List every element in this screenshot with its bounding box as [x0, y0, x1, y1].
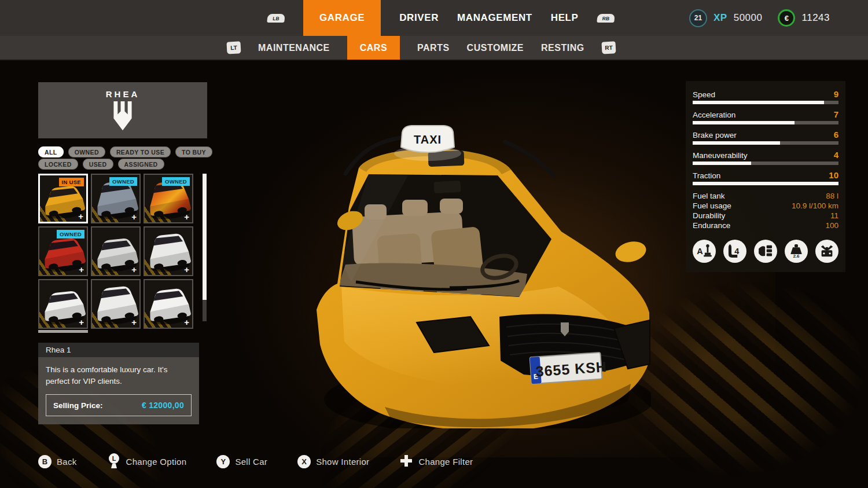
brand-logo-trident-icon — [109, 101, 137, 131]
car-description: This is a comfortable luxury car. It's p… — [46, 364, 192, 387]
stat-value: 4 — [834, 150, 838, 160]
xp-label: XP — [713, 12, 727, 24]
grid-scrollbar-thumb[interactable] — [203, 174, 207, 300]
seats-icon: 4 — [723, 240, 746, 263]
car-thumb-6[interactable]: + — [144, 226, 193, 276]
stat-bar — [693, 162, 838, 165]
detail-durability: Durability11 — [693, 211, 838, 221]
hint-label: Back — [57, 457, 77, 467]
stat-label: Acceleration — [693, 111, 735, 119]
hint-label: Change Option — [126, 457, 187, 467]
dpad-icon — [399, 453, 413, 470]
plus-icon: + — [184, 265, 189, 274]
filter-chip-used[interactable]: USED — [83, 159, 113, 170]
svg-text:L: L — [112, 455, 116, 462]
main-tab-management[interactable]: MANAGEMENT — [457, 0, 532, 36]
filter-chip-locked[interactable]: LOCKED — [38, 159, 78, 170]
controller-hints-bar: BBackLChange OptionYSell CarXShow Interi… — [38, 453, 473, 470]
car-thumb-4[interactable]: OWNED+ — [38, 226, 88, 276]
plus-icon: + — [79, 317, 84, 327]
car-thumb-5[interactable]: + — [91, 226, 141, 276]
filter-row-2: LOCKEDUSEDASSIGNED — [38, 159, 164, 170]
mirror-right — [613, 239, 649, 265]
grid-scrollbar[interactable] — [203, 174, 207, 321]
taxi-car-render: E 3655 KSH TAXI — [315, 113, 651, 428]
level-badge: 21 — [689, 9, 707, 27]
filter-row-1: ALLOWNEDREADY TO USETO BUY — [38, 146, 212, 157]
stat-bar — [693, 121, 838, 124]
car-badge: OWNED — [109, 177, 137, 186]
car-thumb-9[interactable]: + — [144, 279, 193, 329]
detail-value: 100 — [825, 221, 838, 230]
license-plate: E 3655 KSH — [530, 352, 608, 384]
hint-label: Show Interior — [316, 457, 369, 467]
stat-traction: Traction10 — [693, 170, 838, 185]
plus-icon: + — [131, 317, 137, 327]
main-nav: LB GARAGEDRIVERMANAGEMENTHELP RB — [267, 0, 615, 36]
hint-show-interior[interactable]: XShow Interior — [297, 455, 369, 468]
car-name: Rhea 1 — [38, 343, 199, 357]
car-thumb-3[interactable]: OWNED+ — [144, 174, 193, 223]
garage-tab-parts[interactable]: PARTS — [417, 36, 450, 60]
selling-price-value: € 12000,00 — [142, 401, 184, 410]
main-tab-garage[interactable]: GARAGE — [303, 0, 381, 36]
filter-chip-ready-to-use[interactable]: READY TO USE — [110, 146, 171, 157]
detail-value: 11 — [830, 211, 838, 221]
stat-label: Brake power — [693, 131, 737, 140]
car-badge: IN USE — [59, 178, 84, 186]
stat-acceleration: Acceleration7 — [693, 109, 838, 124]
hint-back[interactable]: BBack — [38, 455, 77, 468]
money-value: 11243 — [801, 12, 830, 24]
brand-name: RHEA — [106, 89, 140, 99]
detail-label: Durability — [693, 211, 725, 221]
filter-chip-to-buy[interactable]: TO BUY — [175, 146, 212, 157]
button-y-icon: Y — [216, 455, 230, 468]
stat-value: 7 — [834, 109, 838, 119]
car-thumb-1[interactable]: IN USE+ — [38, 174, 88, 223]
taxi-roof-sign: TAXI — [394, 126, 461, 161]
car-stats-panel: Speed9Acceleration7Brake power6Maneuvera… — [686, 81, 845, 272]
car-badge: OWNED — [57, 230, 84, 239]
stat-speed: Speed9 — [693, 89, 838, 104]
stat-bar — [693, 101, 838, 104]
car-thumb-2[interactable]: OWNED+ — [91, 174, 141, 223]
stat-value: 6 — [834, 130, 838, 140]
car-badge: OWNED — [162, 177, 190, 186]
garage-tab-cars[interactable]: CARS — [347, 36, 400, 60]
stat-brake-power: Brake power6 — [693, 130, 838, 145]
svg-text:A: A — [697, 247, 703, 256]
garage-tab-resting[interactable]: RESTING — [541, 36, 584, 60]
filter-chip-owned[interactable]: OWNED — [68, 146, 105, 157]
garage-tab-maintenance[interactable]: MAINTENANCE — [258, 36, 330, 60]
svg-text:2.6: 2.6 — [793, 254, 800, 259]
filter-chip-assigned[interactable]: ASSIGNED — [118, 159, 164, 170]
stat-value: 10 — [829, 170, 838, 180]
hint-label: Change Filter — [418, 457, 473, 467]
detail-value: 10.9 l/100 km — [792, 201, 838, 211]
roof-rail-right — [505, 142, 554, 175]
garage-tab-customize[interactable]: CUSTOMIZE — [467, 36, 524, 60]
stat-maneuverability: Maneuverability4 — [693, 150, 838, 165]
plus-icon: + — [131, 265, 137, 274]
car-thumb-7[interactable]: + — [38, 279, 88, 329]
player-hud: 21 XP 50000 € 11243 — [689, 0, 830, 36]
transmission-icon: A — [693, 240, 716, 263]
hint-change-option[interactable]: LChange Option — [107, 453, 187, 470]
button-b-icon: B — [38, 455, 52, 468]
detail-fuel-tank: Fuel tank88 l — [693, 191, 838, 201]
stat-value: 9 — [834, 89, 838, 99]
rb-bumper-icon: RB — [597, 14, 615, 23]
stat-label: Maneuverability — [693, 151, 748, 160]
hint-sell-car[interactable]: YSell Car — [216, 455, 267, 468]
filter-chip-all[interactable]: ALL — [38, 146, 64, 157]
hint-change-filter[interactable]: Change Filter — [399, 453, 473, 470]
main-tab-help[interactable]: HELP — [551, 0, 579, 36]
rt-trigger-icon: RT — [601, 41, 616, 54]
detail-fuel-usage: Fuel usage10.9 l/100 km — [693, 201, 838, 211]
stat-label: Speed — [693, 90, 715, 99]
button-x-icon: X — [297, 455, 311, 468]
main-tab-driver[interactable]: DRIVER — [399, 0, 439, 36]
hint-label: Sell Car — [235, 457, 267, 467]
car-thumb-8[interactable]: + — [91, 279, 141, 329]
lt-trigger-icon: LT — [226, 41, 241, 54]
